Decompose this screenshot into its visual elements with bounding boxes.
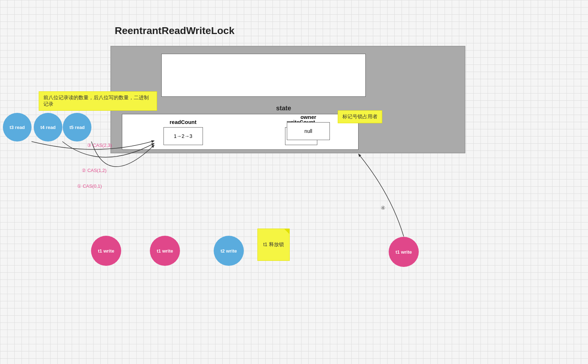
thread-t3-read: t3 read	[3, 113, 32, 142]
thread-t1-write-3: t1 write	[389, 237, 419, 267]
thread-t1-write-2: t1 write	[150, 236, 180, 266]
cas-step1: ① CAS(0,1)	[77, 183, 102, 189]
thread-t2-write: t2 write	[214, 236, 244, 266]
thread-t5-read: t5 read	[63, 113, 91, 142]
owner-value: null	[287, 122, 330, 140]
step4-label: ④	[381, 205, 385, 211]
state-label: state	[276, 105, 291, 112]
read-count-value: 1→2→3	[163, 127, 203, 145]
cas-step3: ③ CAS(2,3)	[87, 143, 112, 148]
read-count-label: readCount	[170, 119, 196, 125]
sticky-annotation-owner: 标记号锁占用者	[338, 110, 382, 123]
sticky-annotation-state: 前八位记录读的数量，后八位写的数量，二进制记录	[39, 91, 157, 111]
lock-box: waiters state readCount 1→2→3 writeCount…	[110, 46, 465, 153]
page-title: ReentrantReadWriteLock	[115, 25, 234, 37]
waiters-box	[161, 54, 366, 97]
cas-step2: ② CAS(1,2)	[82, 168, 106, 173]
thread-t1-write-1: t1 write	[91, 236, 121, 266]
owner-section: owner null	[287, 114, 330, 140]
thread-t4-read: t4 read	[34, 113, 62, 142]
read-count-section: readCount 1→2→3	[163, 119, 203, 145]
owner-label: owner	[300, 114, 316, 120]
sticky-release: t1 释放锁	[257, 229, 290, 261]
